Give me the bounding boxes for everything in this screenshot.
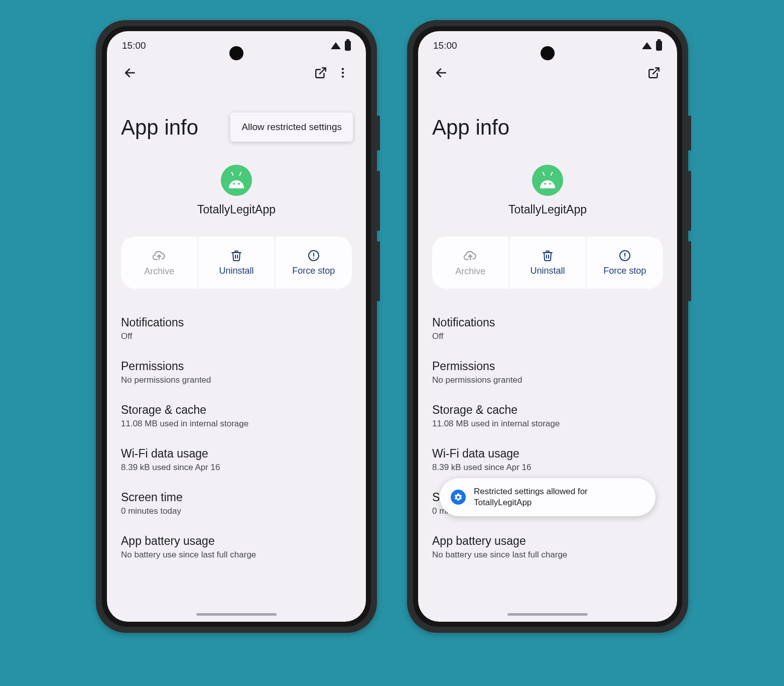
trash-icon [542,250,554,262]
svg-line-10 [653,68,659,74]
row-title: Screen time [121,491,352,504]
archive-label: Archive [144,266,174,277]
row-title: Storage & cache [121,403,352,417]
settings-gear-icon [451,490,466,505]
status-time: 15:00 [433,40,457,51]
archive-button[interactable]: Archive [121,237,198,289]
alert-icon [308,250,320,262]
svg-point-4 [342,75,344,77]
battery-row[interactable]: App battery usage No battery use since l… [121,525,352,569]
toolbar [418,60,677,85]
row-title: App battery usage [432,534,663,548]
open-external-icon[interactable] [310,62,332,84]
app-header: TotallyLegitApp [432,165,663,216]
row-sub: No battery use since last full charge [432,550,663,560]
battery-icon [656,41,662,51]
battery-row[interactable]: App battery usage No battery use since l… [432,525,663,569]
row-title: Notifications [432,316,663,329]
app-icon [532,165,563,196]
archive-label: Archive [455,266,485,277]
row-sub: 0 minutes today [121,506,352,516]
row-sub: No permissions granted [432,375,663,385]
cloud-upload-icon [464,249,477,262]
toolbar [107,60,366,85]
row-sub: Off [121,331,352,341]
wifi-row[interactable]: Wi-Fi data usage 8.39 kB used since Apr … [432,438,663,482]
row-title: App battery usage [121,534,352,548]
open-external-icon[interactable] [643,62,665,84]
storage-row[interactable]: Storage & cache 11.08 MB used in interna… [121,394,352,438]
app-header: TotallyLegitApp [121,165,352,216]
row-sub: 8.39 kB used since Apr 16 [432,463,663,473]
row-sub: 11.08 MB used in internal storage [121,419,352,429]
svg-point-3 [342,72,344,74]
status-time: 15:00 [122,40,146,51]
screen-time-row[interactable]: Screen time 0 minutes today [121,482,352,525]
app-icon [221,165,252,196]
row-title: Storage & cache [432,403,663,417]
battery-icon [345,41,351,51]
notifications-row[interactable]: Notifications Off [121,307,352,351]
wifi-icon [642,42,652,49]
uninstall-label: Uninstall [530,266,565,276]
svg-point-2 [342,68,344,70]
action-row: Archive Uninstall Force stop [121,237,352,289]
row-sub: No permissions granted [121,375,352,385]
row-title: Permissions [121,360,352,373]
app-name-label: TotallyLegitApp [121,203,352,216]
row-title: Notifications [121,316,352,329]
trash-icon [230,250,242,262]
force-stop-label: Force stop [603,266,646,276]
uninstall-button[interactable]: Uninstall [198,237,276,289]
page-title: App info [432,116,663,140]
camera-hole [541,46,555,60]
force-stop-button[interactable]: Force stop [275,237,352,289]
row-sub: 11.08 MB used in internal storage [432,419,663,429]
uninstall-button[interactable]: Uninstall [509,237,587,289]
row-title: Wi-Fi data usage [432,447,663,461]
wifi-icon [331,42,341,49]
row-sub: No battery use since last full charge [121,550,352,560]
phone-frame-left: 15:00 Allow restricted settings App info [96,20,377,633]
uninstall-label: Uninstall [219,266,253,276]
force-stop-label: Force stop [292,266,335,276]
cloud-upload-icon [153,249,166,262]
toast-text: Restricted settings allowed for TotallyL… [474,486,644,508]
wifi-row[interactable]: Wi-Fi data usage 8.39 kB used since Apr … [121,438,352,482]
back-button[interactable] [119,62,141,84]
permissions-row[interactable]: Permissions No permissions granted [432,351,663,394]
row-sub: 8.39 kB used since Apr 16 [121,463,352,473]
app-name-label: TotallyLegitApp [432,203,663,216]
camera-hole [229,46,243,60]
toast-snackbar: Restricted settings allowed for TotallyL… [440,478,656,516]
svg-point-8 [313,258,314,259]
gesture-bar[interactable] [196,613,277,616]
phone-frame-right: 15:00 App info TotallyLegitApp [407,20,688,633]
archive-button[interactable]: Archive [432,237,509,289]
gesture-bar[interactable] [507,613,588,616]
row-title: Wi-Fi data usage [121,447,352,461]
permissions-row[interactable]: Permissions No permissions granted [121,351,352,394]
svg-point-14 [624,258,625,259]
action-row: Archive Uninstall Force stop [432,237,663,289]
svg-line-1 [320,68,326,74]
storage-row[interactable]: Storage & cache 11.08 MB used in interna… [432,394,663,438]
notifications-row[interactable]: Notifications Off [432,307,663,351]
row-sub: Off [432,331,663,341]
back-button[interactable] [430,62,452,84]
row-title: Permissions [432,360,663,373]
overflow-menu-icon[interactable] [332,62,354,84]
force-stop-button[interactable]: Force stop [586,237,663,289]
alert-icon [619,250,631,262]
overflow-menu-popup: Allow restricted settings [230,112,353,142]
allow-restricted-menu-item[interactable]: Allow restricted settings [241,122,342,133]
